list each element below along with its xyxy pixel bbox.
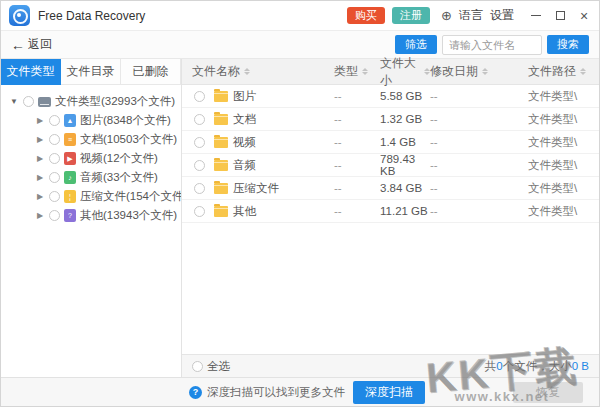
bottom-bar: ? 深度扫描可以找到更多文件 深度扫描 恢复 (1, 377, 599, 406)
table-row[interactable]: 压缩文件 -- 3.84 GB -- 文件类型\ (182, 177, 599, 200)
row-name: 其他 (233, 204, 256, 219)
sort-icon[interactable] (362, 68, 368, 75)
toolbar: ← 返回 筛选 搜索 (1, 31, 599, 59)
row-path: 文件类型\ (500, 181, 599, 196)
sort-icon[interactable] (244, 68, 250, 75)
row-date: -- (430, 159, 500, 171)
tree-node-audio[interactable]: ▶ ♪ 音频(33个文件) (1, 168, 181, 187)
column-header-size[interactable]: 文件大小 (380, 55, 430, 89)
row-date: -- (430, 90, 500, 102)
row-date: -- (430, 113, 500, 125)
tab-file-type[interactable]: 文件类型 (1, 59, 61, 85)
tree-checkbox[interactable] (49, 134, 60, 145)
tree-checkbox[interactable] (49, 191, 60, 202)
select-all-label: 全选 (207, 359, 230, 374)
collapse-arrow-icon[interactable]: ▶ (35, 192, 45, 201)
tree-node-root[interactable]: ▼ 文件类型(32993个文件) (1, 92, 181, 111)
minimize-button[interactable] (529, 9, 543, 23)
tree-node-archives[interactable]: ▶ ¦ 压缩文件(154个文件) (1, 187, 181, 206)
language-button[interactable]: 语言 (459, 7, 483, 24)
row-date: -- (430, 205, 500, 217)
close-button[interactable]: × (577, 9, 591, 23)
app-title: Free Data Recovery (38, 9, 145, 23)
question-icon: ? (189, 386, 202, 399)
row-type: -- (334, 90, 380, 102)
row-path: 文件类型\ (500, 135, 599, 150)
row-size: 11.21 GB (380, 205, 430, 217)
close-icon: × (580, 9, 588, 23)
row-checkbox[interactable] (194, 206, 205, 217)
row-checkbox[interactable] (194, 114, 205, 125)
search-button[interactable]: 搜索 (547, 35, 589, 54)
tree-item-label: 图片(8348个文件) (80, 113, 171, 128)
collapse-arrow-icon[interactable]: ▶ (35, 135, 45, 144)
row-checkbox[interactable] (194, 183, 205, 194)
tree-root-label: 文件类型(32993个文件) (55, 94, 175, 109)
filter-button[interactable]: 筛选 (395, 35, 437, 54)
tree-item-label: 压缩文件(154个文件) (80, 189, 181, 204)
back-button[interactable]: ← 返回 (11, 36, 52, 53)
file-type-tree: ▼ 文件类型(32993个文件) ▶ ▲ 图片(8348个文件) ▶ ≡ 文档(… (1, 85, 181, 225)
row-size: 789.43 KB (380, 153, 430, 177)
back-arrow-icon: ← (11, 37, 25, 53)
table-row[interactable]: 视频 -- 1.4 GB -- 文件类型\ (182, 131, 599, 154)
tree-item-label: 文档(10503个文件) (80, 132, 177, 147)
tree-checkbox[interactable] (49, 210, 60, 221)
tree-node-documents[interactable]: ▶ ≡ 文档(10503个文件) (1, 130, 181, 149)
table-header: 文件名称 类型 文件大小 修改日期 文件路径 (182, 59, 599, 85)
row-name: 图片 (233, 89, 256, 104)
row-checkbox[interactable] (194, 91, 205, 102)
select-all-checkbox[interactable] (192, 361, 203, 372)
maximize-button[interactable] (553, 9, 567, 23)
column-header-type[interactable]: 类型 (334, 63, 380, 80)
sort-icon[interactable] (580, 68, 586, 75)
maximize-icon (556, 11, 565, 20)
row-path: 文件类型\ (500, 158, 599, 173)
column-header-date[interactable]: 修改日期 (430, 63, 500, 80)
collapse-arrow-icon[interactable]: ▶ (35, 154, 45, 163)
collapse-arrow-icon[interactable]: ▶ (35, 211, 45, 220)
column-header-path[interactable]: 文件路径 (500, 63, 599, 80)
row-type: -- (334, 205, 380, 217)
settings-button[interactable]: 设置 (490, 7, 514, 24)
buy-button[interactable]: 购买 (347, 7, 385, 24)
row-checkbox[interactable] (194, 137, 205, 148)
tree-node-images[interactable]: ▶ ▲ 图片(8348个文件) (1, 111, 181, 130)
row-size: 5.58 GB (380, 90, 430, 102)
row-checkbox[interactable] (194, 160, 205, 171)
expand-arrow-icon[interactable]: ▼ (9, 97, 19, 106)
folder-icon (214, 137, 228, 148)
table-row[interactable]: 图片 -- 5.58 GB -- 文件类型\ (182, 85, 599, 108)
app-logo-icon (9, 5, 30, 26)
tree-checkbox[interactable] (49, 115, 60, 126)
column-header-name[interactable]: 文件名称 (182, 63, 334, 80)
tab-deleted[interactable]: 已删除 (121, 59, 181, 85)
table-row[interactable]: 音频 -- 789.43 KB -- 文件类型\ (182, 154, 599, 177)
row-path: 文件类型\ (500, 89, 599, 104)
toolbar-right: 筛选 搜索 (395, 35, 589, 55)
recover-button[interactable]: 恢复 (513, 382, 583, 403)
tree-root-checkbox[interactable] (23, 96, 34, 107)
row-name: 压缩文件 (233, 181, 279, 196)
table-row[interactable]: 其他 -- 11.21 GB -- 文件类型\ (182, 200, 599, 223)
file-list-panel: 文件名称 类型 文件大小 修改日期 文件路径 (181, 59, 599, 377)
tree-checkbox[interactable] (49, 153, 60, 164)
tree-node-videos[interactable]: ▶ ▶ 视频(12个文件) (1, 149, 181, 168)
row-size: 1.4 GB (380, 136, 430, 148)
tree-node-other[interactable]: ▶ ? 其他(13943个文件) (1, 206, 181, 225)
search-input[interactable] (442, 35, 542, 55)
deep-scan-hint: 深度扫描可以找到更多文件 (207, 385, 345, 400)
tree-checkbox[interactable] (49, 172, 60, 183)
deep-scan-button[interactable]: 深度扫描 (353, 381, 425, 404)
row-path: 文件类型\ (500, 204, 599, 219)
tab-file-directory[interactable]: 文件目录 (61, 59, 121, 85)
globe-icon: ⊕ (441, 9, 452, 22)
window-controls: × (529, 9, 591, 23)
collapse-arrow-icon[interactable]: ▶ (35, 173, 45, 182)
row-type: -- (334, 113, 380, 125)
app-window: Free Data Recovery 购买 注册 ⊕ 语言 设置 × ← 返回 … (0, 0, 600, 407)
sort-icon[interactable] (482, 68, 488, 75)
table-row[interactable]: 文档 -- 1.32 GB -- 文件类型\ (182, 108, 599, 131)
register-button[interactable]: 注册 (392, 7, 430, 24)
collapse-arrow-icon[interactable]: ▶ (35, 116, 45, 125)
